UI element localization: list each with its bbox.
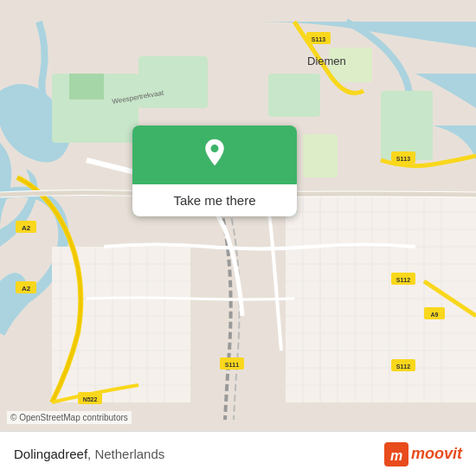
svg-text:S113: S113 [312,36,325,42]
svg-rect-7 [303,134,338,177]
take-me-there-button[interactable]: Take me there [132,184,297,216]
card-inner: Take me there [132,125,297,216]
svg-text:N522: N522 [83,396,98,402]
svg-text:S112: S112 [396,277,410,283]
map-attribution: © OpenStreetMap contributors [7,411,132,424]
moovit-brand-text: moovit [411,445,462,463]
moovit-logo-icon: m [384,442,408,466]
svg-text:A9: A9 [431,312,439,318]
bottom-bar: Dolingadreef, Netherlands m moovit [0,431,476,476]
svg-rect-6 [381,91,433,160]
svg-text:m: m [390,448,402,463]
map-background: A2 A2 N522 S113 S113 S112 S112 S111 A9 W… [0,0,476,476]
attribution-text: © OpenStreetMap contributors [10,413,128,422]
svg-rect-4 [268,74,320,117]
svg-text:S113: S113 [396,156,410,162]
location-country: , Netherlands [87,447,164,461]
svg-text:S112: S112 [396,363,410,370]
moovit-logo: m moovit [384,442,462,466]
svg-rect-2 [69,74,104,100]
svg-text:A2: A2 [22,224,31,232]
svg-text:Diemen: Diemen [307,55,346,68]
svg-rect-3 [138,56,208,108]
location-pin-icon [199,138,230,169]
svg-text:S111: S111 [225,362,239,368]
svg-text:A2: A2 [22,285,31,293]
svg-point-65 [211,145,219,152]
svg-rect-8 [52,247,190,402]
location-name: Dolingadreef [14,447,87,461]
location-info: Dolingadreef, Netherlands [14,447,164,462]
map-container: A2 A2 N522 S113 S113 S112 S112 S111 A9 W… [0,0,476,476]
location-card: Take me there [132,125,297,216]
